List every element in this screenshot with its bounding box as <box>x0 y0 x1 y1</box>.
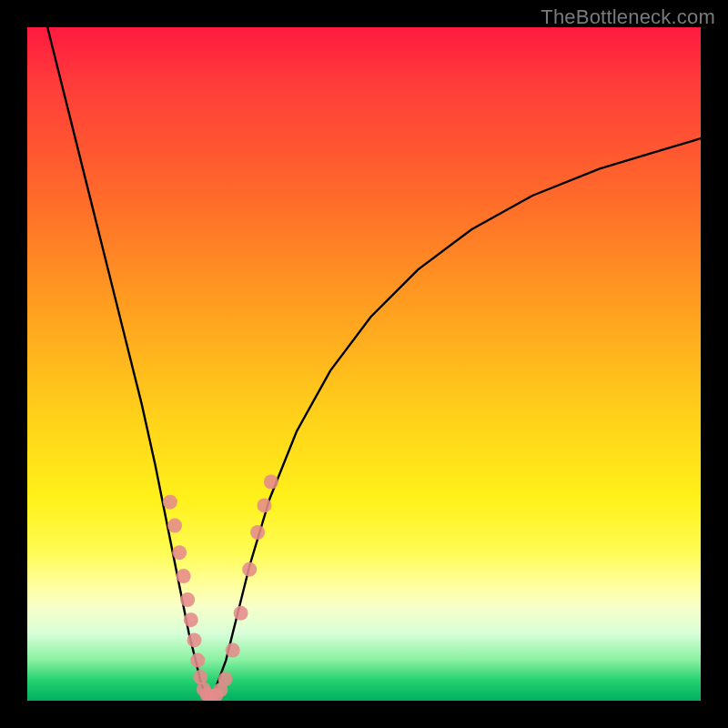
marker-dot <box>234 606 248 621</box>
marker-dot <box>218 672 233 686</box>
plot-area <box>27 27 701 701</box>
marker-dot <box>177 569 191 583</box>
marker-dot <box>190 653 205 668</box>
watermark-text: TheBottleneck.com <box>541 5 715 29</box>
marker-dot <box>242 562 257 577</box>
marker-dot <box>187 632 202 647</box>
marker-dot <box>264 475 278 490</box>
curve-layer <box>27 27 701 701</box>
curve-right-branch <box>209 138 701 697</box>
marker-dot <box>180 592 195 607</box>
marker-dot <box>163 495 177 510</box>
marker-dot <box>250 525 265 540</box>
marker-dot <box>257 498 271 512</box>
marker-dot <box>167 519 182 533</box>
marker-dot <box>226 643 240 658</box>
marker-dot <box>172 545 187 560</box>
marker-dot <box>184 612 198 627</box>
chart-frame: TheBottleneck.com <box>0 0 728 728</box>
